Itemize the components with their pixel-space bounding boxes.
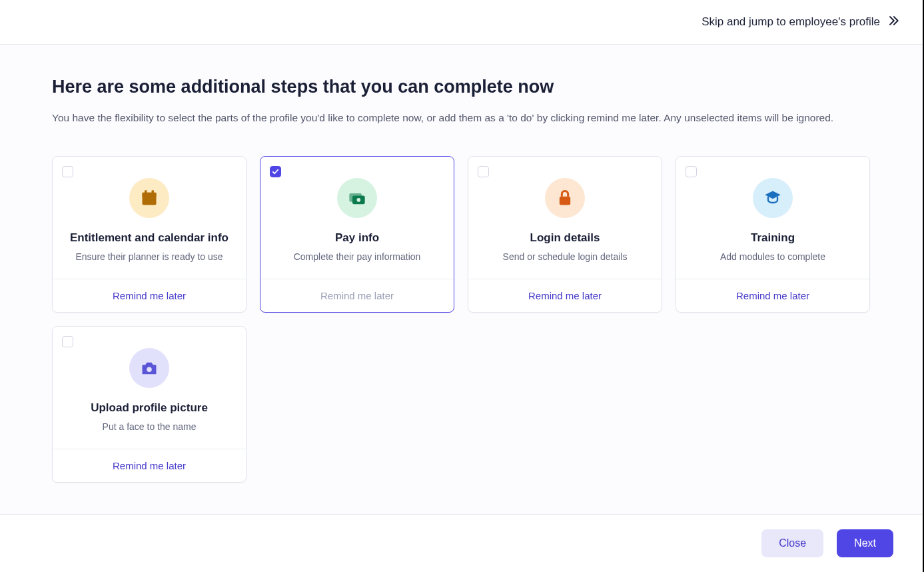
card-desc: Add modules to complete: [720, 251, 825, 262]
graduation-icon: [753, 178, 793, 218]
card-title: Training: [751, 231, 795, 245]
checkbox-training[interactable]: [686, 166, 697, 177]
remind-later-button[interactable]: Remind me later: [53, 449, 246, 482]
card-body: Upload profile picture Put a face to the…: [53, 327, 246, 449]
card-desc: Send or schedule login details: [503, 251, 628, 262]
svg-point-8: [147, 367, 151, 371]
card-login[interactable]: Login details Send or schedule login det…: [468, 156, 662, 313]
remind-later-button[interactable]: Remind me later: [53, 279, 246, 312]
lock-icon: [545, 178, 585, 218]
checkbox-login[interactable]: [478, 166, 489, 177]
checkbox-pay[interactable]: [270, 166, 281, 177]
page-subtitle: You have the flexibility to select the p…: [52, 111, 872, 125]
svg-point-6: [357, 198, 361, 202]
skip-link[interactable]: Skip and jump to employee's profile: [701, 14, 900, 31]
checkbox-entitlement[interactable]: [62, 166, 73, 177]
card-desc: Complete their pay information: [294, 251, 421, 262]
card-body: Entitlement and calendar info Ensure the…: [53, 157, 246, 279]
top-bar: Skip and jump to employee's profile: [0, 0, 924, 45]
remind-later-button[interactable]: Remind me later: [468, 279, 662, 312]
card-title: Pay info: [335, 231, 379, 245]
card-body: Pay info Complete their pay information: [260, 157, 454, 279]
card-title: Entitlement and calendar info: [70, 231, 229, 245]
card-desc: Put a face to the name: [103, 421, 197, 432]
svg-rect-7: [560, 196, 570, 205]
checkbox-photo[interactable]: [62, 336, 73, 347]
main-content: Here are some additional steps that you …: [0, 45, 924, 514]
calendar-icon: [129, 178, 169, 218]
next-button[interactable]: Next: [837, 529, 893, 557]
svg-rect-1: [143, 193, 157, 197]
card-photo[interactable]: Upload profile picture Put a face to the…: [52, 326, 246, 483]
cards-grid: Entitlement and calendar info Ensure the…: [52, 156, 872, 483]
remind-later-button: Remind me later: [260, 279, 454, 312]
card-title: Login details: [530, 231, 600, 245]
footer-bar: Close Next: [0, 514, 923, 572]
card-pay[interactable]: Pay info Complete their pay information …: [260, 156, 454, 313]
card-body: Login details Send or schedule login det…: [468, 157, 662, 279]
svg-rect-2: [145, 190, 147, 194]
card-title: Upload profile picture: [91, 401, 208, 415]
double-chevron-right-icon: [887, 14, 900, 31]
card-training[interactable]: Training Add modules to complete Remind …: [676, 156, 870, 313]
close-button[interactable]: Close: [761, 529, 823, 557]
card-desc: Ensure their planner is ready to use: [75, 251, 223, 262]
camera-icon: [129, 348, 169, 388]
svg-rect-3: [152, 190, 155, 194]
skip-link-label: Skip and jump to employee's profile: [701, 15, 880, 29]
card-entitlement[interactable]: Entitlement and calendar info Ensure the…: [52, 156, 246, 313]
money-icon: [337, 178, 377, 218]
remind-later-button[interactable]: Remind me later: [676, 279, 869, 312]
card-body: Training Add modules to complete: [676, 157, 869, 279]
page-title: Here are some additional steps that you …: [52, 77, 872, 97]
